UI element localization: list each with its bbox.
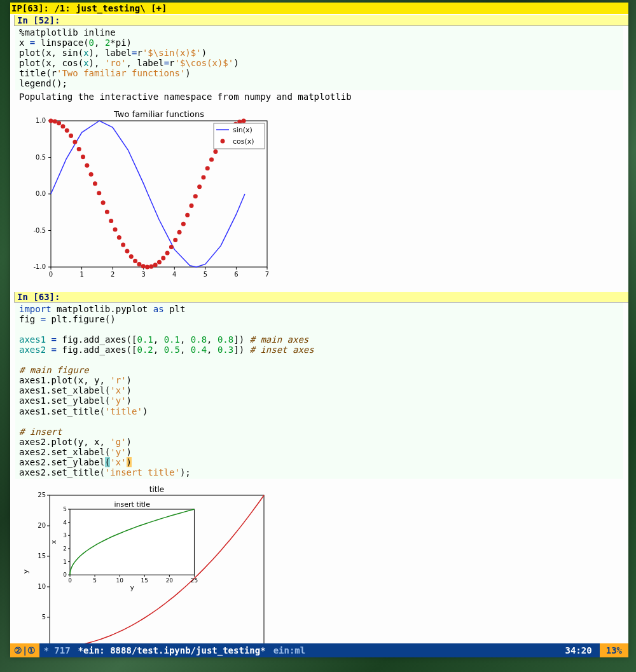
svg-text:0: 0 bbox=[49, 271, 53, 278]
svg-point-33 bbox=[69, 134, 73, 138]
svg-text:0.5: 0.5 bbox=[36, 153, 46, 160]
svg-rect-110 bbox=[70, 509, 194, 575]
svg-point-57 bbox=[165, 250, 170, 255]
svg-point-39 bbox=[93, 181, 97, 186]
svg-text:5: 5 bbox=[42, 614, 46, 621]
svg-point-40 bbox=[97, 191, 101, 195]
svg-point-54 bbox=[153, 263, 158, 267]
svg-text:y: y bbox=[22, 569, 30, 573]
svg-text:Two familiar functions: Two familiar functions bbox=[113, 109, 204, 119]
svg-text:4: 4 bbox=[172, 271, 176, 278]
svg-point-68 bbox=[209, 157, 214, 161]
svg-point-52 bbox=[145, 264, 149, 269]
svg-text:-0.5: -0.5 bbox=[33, 226, 46, 233]
svg-point-46 bbox=[121, 242, 125, 247]
svg-point-59 bbox=[173, 238, 177, 242]
svg-point-48 bbox=[129, 254, 134, 259]
svg-text:sin(x): sin(x) bbox=[233, 126, 252, 134]
svg-text:-1.0: -1.0 bbox=[33, 263, 46, 270]
svg-point-34 bbox=[73, 139, 77, 144]
svg-point-63 bbox=[190, 203, 194, 208]
svg-text:0: 0 bbox=[63, 572, 67, 578]
cell-prompt-63: In [63]: bbox=[14, 292, 628, 303]
statusbar-window-indicator: ②|① bbox=[10, 643, 39, 657]
svg-text:4: 4 bbox=[63, 519, 67, 526]
statusbar-cursor: 34:20 bbox=[562, 645, 596, 655]
svg-text:1: 1 bbox=[80, 271, 83, 278]
svg-text:5: 5 bbox=[204, 271, 207, 278]
svg-point-56 bbox=[161, 256, 165, 260]
statusbar-mode: ein:ml bbox=[270, 645, 310, 655]
svg-point-29 bbox=[53, 119, 57, 123]
chart-2: title0123450510152025xyinsert title05101… bbox=[19, 484, 619, 643]
svg-text:25: 25 bbox=[191, 577, 198, 584]
svg-text:20: 20 bbox=[166, 577, 174, 584]
svg-point-61 bbox=[181, 221, 186, 226]
svg-text:1: 1 bbox=[63, 559, 67, 565]
svg-text:0: 0 bbox=[68, 577, 72, 584]
code-cell-52[interactable]: %matplotlib inline x = linspace(0, 2*pi)… bbox=[15, 26, 623, 90]
svg-point-30 bbox=[57, 121, 61, 125]
svg-point-67 bbox=[205, 166, 210, 170]
svg-point-66 bbox=[201, 175, 205, 179]
svg-point-49 bbox=[133, 258, 137, 263]
header-ribbon: IP[63]: /1: just_testing\ [+] bbox=[10, 3, 628, 14]
svg-point-60 bbox=[177, 230, 182, 234]
statusbar-percent: 13% bbox=[600, 643, 628, 657]
cell-prompt-52: In [52]: bbox=[14, 15, 628, 26]
svg-point-45 bbox=[117, 235, 121, 240]
svg-text:15: 15 bbox=[141, 577, 148, 584]
svg-text:title: title bbox=[149, 485, 164, 494]
status-bar: ②|① * 717 *ein: 8888/test.ipynb/just_tes… bbox=[10, 643, 628, 657]
svg-point-31 bbox=[60, 124, 65, 128]
svg-point-53 bbox=[149, 264, 153, 268]
editor-content[interactable]: In [52]: %matplotlib inline x = linspace… bbox=[10, 14, 628, 643]
svg-point-76 bbox=[242, 118, 246, 123]
svg-point-47 bbox=[125, 249, 129, 253]
svg-text:10: 10 bbox=[116, 577, 123, 584]
svg-point-55 bbox=[157, 259, 162, 264]
svg-point-64 bbox=[193, 194, 198, 198]
cell-52-output-text: Populating the interactive namespace fro… bbox=[15, 90, 623, 103]
svg-text:cos(x): cos(x) bbox=[233, 137, 254, 146]
svg-point-51 bbox=[141, 264, 146, 268]
svg-text:5: 5 bbox=[93, 577, 97, 584]
svg-text:insert title: insert title bbox=[114, 500, 151, 509]
svg-text:6: 6 bbox=[234, 271, 238, 278]
chart-1: Two familiar functions01234567-1.0-0.50.… bbox=[19, 108, 619, 282]
svg-point-35 bbox=[77, 146, 81, 151]
svg-point-58 bbox=[169, 245, 174, 249]
svg-text:7: 7 bbox=[265, 271, 269, 278]
svg-text:3: 3 bbox=[63, 532, 67, 538]
svg-point-42 bbox=[105, 209, 109, 214]
svg-text:25: 25 bbox=[38, 491, 46, 498]
svg-text:5: 5 bbox=[63, 506, 67, 512]
svg-point-44 bbox=[113, 227, 118, 231]
svg-text:2: 2 bbox=[63, 545, 67, 552]
svg-point-62 bbox=[185, 212, 190, 217]
svg-point-50 bbox=[137, 262, 141, 266]
statusbar-modified: * 717 bbox=[39, 645, 74, 655]
svg-text:y: y bbox=[130, 584, 134, 591]
svg-point-43 bbox=[109, 219, 113, 223]
svg-point-69 bbox=[213, 149, 218, 153]
svg-point-80 bbox=[221, 139, 225, 143]
svg-point-28 bbox=[49, 118, 53, 123]
svg-point-36 bbox=[81, 154, 85, 159]
svg-point-41 bbox=[101, 200, 106, 205]
svg-text:x: x bbox=[50, 540, 57, 544]
svg-text:0.0: 0.0 bbox=[36, 190, 46, 197]
svg-point-65 bbox=[197, 184, 202, 189]
svg-text:3: 3 bbox=[142, 271, 146, 278]
svg-text:2: 2 bbox=[111, 271, 114, 278]
editor-window: IP[63]: /1: just_testing\ [+] In [52]: %… bbox=[10, 3, 628, 657]
code-cell-63[interactable]: import matplotlib.pyplot as plt fig = pl… bbox=[15, 303, 623, 479]
svg-point-37 bbox=[85, 163, 89, 167]
svg-point-38 bbox=[89, 172, 93, 176]
svg-text:20: 20 bbox=[38, 522, 46, 529]
svg-point-32 bbox=[65, 128, 69, 132]
svg-text:10: 10 bbox=[38, 583, 46, 590]
svg-text:1.0: 1.0 bbox=[36, 117, 46, 124]
statusbar-buffer: *ein: 8888/test.ipynb/just_testing* bbox=[74, 645, 270, 655]
svg-text:15: 15 bbox=[38, 552, 46, 559]
